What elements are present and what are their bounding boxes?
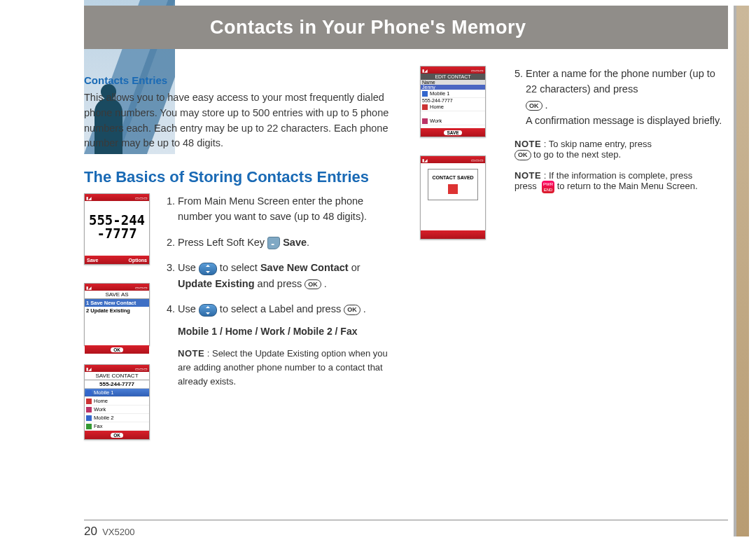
right-column: Enter a name for the phone number (up to… <box>514 66 728 451</box>
phone-thumb-editcontact: ▮◢▭▭▭ EDIT CONTACT Name Jenny Mobile 1 5… <box>420 66 486 137</box>
note-skip-name: NOTE : To skip name entry, press OK to g… <box>514 139 728 160</box>
nav-key-icon <box>199 304 217 317</box>
dialer-number: 555-244-7777 <box>85 201 149 240</box>
phone-thumb-dialer: ▮◢▭▭▭ 555-244-7777 SaveOptions <box>84 193 150 265</box>
softkey-center: OK <box>111 347 123 352</box>
ok-key-icon: OK <box>514 150 531 160</box>
label-options: Mobile 1 / Home / Work / Mobile 2 / Fax <box>178 324 392 340</box>
steps-list-cont: Enter a name for the phone number (up to… <box>526 66 728 129</box>
middle-thumbnails: ▮◢▭▭▭ EDIT CONTACT Name Jenny Mobile 1 5… <box>420 66 486 451</box>
softkey-center: OK <box>111 433 123 438</box>
step-5: Enter a name for the phone number (up to… <box>526 66 728 129</box>
label-mobile2: Mobile 2 <box>85 414 149 422</box>
page-content: Contacts Entries This allows you to have… <box>84 66 728 451</box>
section-subhead: Contacts Entries <box>84 74 392 86</box>
softkey-left: Save <box>87 258 98 263</box>
field-mobile1: Mobile 1 <box>421 90 485 98</box>
phone-thumb-saveas: ▮◢▭▭▭ SAVE AS 1 Save New Contact 2 Updat… <box>84 283 150 346</box>
saveas-title: SAVE AS <box>85 291 149 299</box>
savecontact-number: 555-244-7777 <box>85 380 149 389</box>
chapter-title: Contacts in Your Phone's Memory <box>210 17 526 39</box>
softkey-icon <box>267 237 280 249</box>
chapter-header: Contacts in Your Phone's Memory <box>84 6 728 49</box>
editcontact-title: EDIT CONTACT <box>421 74 485 80</box>
page-number: 20 <box>84 525 97 538</box>
phone-thumb-labels: ▮◢▭▭▭ SAVE CONTACT 555-244-7777 Mobile 1… <box>84 364 150 440</box>
nav-key-icon <box>199 263 217 275</box>
edge-decoration <box>736 6 749 536</box>
steps-text: From Main Menu Screen enter the phone nu… <box>167 193 392 440</box>
end-key-icon: PWREND <box>542 181 554 193</box>
field-home: Home <box>421 103 485 111</box>
page-footer: 20 VX5200 <box>84 520 728 539</box>
contact-saved-msg: CONTACT SAVED <box>428 169 478 200</box>
saveas-row-1: 1 Save New Contact <box>85 299 149 307</box>
field-name-label: Name <box>421 80 485 85</box>
phone-thumbnails: ▮◢▭▭▭ 555-244-7777 SaveOptions ▮◢▭▭▭ SAV… <box>84 193 154 440</box>
label-work: Work <box>85 406 149 414</box>
step-3: Use to select Save New Contact or Update… <box>178 260 392 291</box>
saveas-row-2: 2 Update Existing <box>85 307 149 314</box>
ok-key-icon: OK <box>344 305 360 315</box>
step-2: Press Left Soft Key Save. <box>178 235 392 250</box>
intro-paragraph: This allows you to have easy access to y… <box>84 90 392 151</box>
label-fax: Fax <box>85 422 149 431</box>
left-column: Contacts Entries This allows you to have… <box>84 66 392 451</box>
model-label: VX5200 <box>102 527 134 537</box>
steps-block: ▮◢▭▭▭ 555-244-7777 SaveOptions ▮◢▭▭▭ SAV… <box>84 193 392 440</box>
field-mobile1-value: 555-244-7777 <box>421 98 485 103</box>
softkey-center: SAVE <box>444 130 461 135</box>
step-1: From Main Menu Screen enter the phone nu… <box>178 193 392 225</box>
field-name-value: Jenny <box>421 85 485 90</box>
softkey-right: Options <box>129 258 147 263</box>
section-title: The Basics of Storing Contacts Entries <box>84 168 392 186</box>
label-mobile1: Mobile 1 <box>85 389 149 397</box>
note-update-existing: NOTE : Select the Update Existing option… <box>178 347 392 389</box>
note-complete: NOTE : If the information is complete, p… <box>514 170 728 193</box>
savecontact-title: SAVE CONTACT <box>85 372 149 380</box>
step-4: Use to select a Label and press OK . Mob… <box>178 301 392 389</box>
field-work: Work <box>421 117 485 125</box>
phone-thumb-contactsaved: ▮◢▭▭▭ CONTACT SAVED <box>420 155 486 240</box>
steps-list: From Main Menu Screen enter the phone nu… <box>178 193 392 389</box>
label-home: Home <box>85 397 149 406</box>
ok-key-icon: OK <box>304 279 321 290</box>
ok-key-icon: OK <box>526 101 542 111</box>
